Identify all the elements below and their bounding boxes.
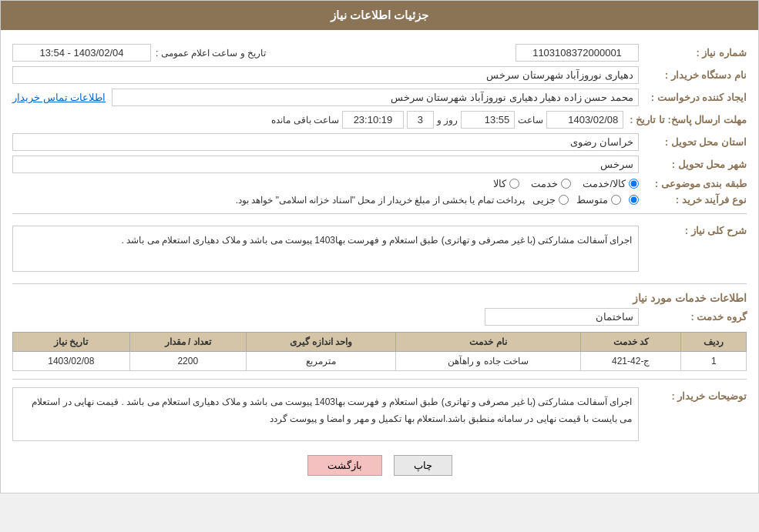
need-number-label: شماره نیاز :	[639, 47, 747, 59]
print-button[interactable]: چاپ	[394, 455, 452, 476]
need-number-value: 1103108372000001	[516, 44, 639, 62]
deadline-days-label: روز و	[437, 115, 458, 125]
buyer-notes-label: توضیحات خریدار :	[639, 387, 747, 402]
purchase-type-2-radio[interactable]	[611, 195, 621, 205]
cell-qty: 2200	[129, 352, 246, 371]
purchase-type-text: پرداخت تمام یا بخشی از مبلغ خریدار از مح…	[12, 195, 525, 206]
purchase-type-3-radio[interactable]	[629, 195, 639, 205]
page-title: جزئیات اطلاعات نیاز	[331, 8, 428, 22]
buyer-notes-box: اجرای آسفالت مشارکتی (با غیر مصرفی و تها…	[12, 387, 639, 441]
col-name: نام خدمت	[396, 333, 581, 352]
page-header: جزئیات اطلاعات نیاز	[1, 1, 758, 30]
cell-unit: مترمربع	[247, 352, 396, 371]
deadline-time: 13:55	[461, 111, 515, 129]
deadline-date: 1403/02/08	[546, 111, 623, 129]
announce-value: 1403/02/04 - 13:54	[12, 44, 151, 62]
deadline-time-label: ساعت	[518, 115, 543, 125]
category-radio-group: کالا/خدمت خدمت کالا	[12, 178, 639, 189]
purchase-type-label: نوع فرآیند خرید :	[639, 194, 747, 206]
province-label: استان محل تحویل :	[639, 136, 747, 148]
buyer-org-label: نام دستگاه خریدار :	[639, 69, 747, 81]
table-row: 1ج-42-421ساخت جاده و راهآهنمترمربع220014…	[13, 352, 747, 371]
purchase-type-2-item[interactable]: متوسط	[576, 194, 621, 206]
service-info-title: اطلاعات خدمات مورد نیاز	[12, 292, 747, 304]
deadline-days: 3	[407, 111, 434, 129]
category-service-item[interactable]: خدمت	[531, 178, 571, 189]
divider-2	[12, 283, 747, 284]
col-unit: واحد اندازه گیری	[247, 333, 396, 352]
back-button[interactable]: بازگشت	[307, 455, 382, 476]
purchase-type-1-radio[interactable]	[559, 195, 569, 205]
buyer-notes-text: اجرای آسفالت مشارکتی (با غیر مصرفی و تها…	[32, 396, 632, 424]
service-group-value: ساختمان	[485, 308, 639, 326]
deadline-remain-label: ساعت باقی مانده	[271, 115, 339, 125]
need-description-label: شرح کلی نیاز :	[639, 222, 747, 236]
purchase-type-group: متوسط جزیی پرداخت تمام یا بخشی از مبلغ خ…	[12, 194, 639, 206]
col-code: کد خدمت	[580, 333, 681, 352]
category-goods-label: کالا	[493, 178, 506, 189]
deadline-remain: 23:10:19	[342, 111, 404, 129]
purchase-type-1-label: جزیی	[532, 194, 556, 206]
category-service-radio[interactable]	[561, 179, 571, 189]
deadline-label: مهلت ارسال پاسخ: تا تاریخ :	[623, 114, 747, 125]
col-row: ردیف	[681, 333, 747, 352]
creator-value: محمد حسن زاده دهیار دهیاری نوروزآباد شهر…	[112, 89, 639, 106]
divider-1	[12, 213, 747, 214]
buyer-org-value: دهیاری نوروزآباد شهرستان سرخس	[12, 66, 639, 84]
col-date: تاریخ نیاز	[13, 333, 130, 352]
need-description-text: اجرای آسفالت مشارکتی (با غیر مصرفی و تها…	[122, 235, 632, 246]
need-description-box: اجرای آسفالت مشارکتی (با غیر مصرفی و تها…	[12, 226, 639, 272]
province-value: خراسان رضوی	[12, 133, 639, 151]
category-goods-radio[interactable]	[509, 179, 519, 189]
purchase-type-2-label: متوسط	[576, 194, 608, 206]
services-table: ردیف کد خدمت نام خدمت واحد اندازه گیری ت…	[12, 332, 747, 371]
category-service-label: خدمت	[531, 178, 558, 189]
city-value: سرخس	[12, 156, 639, 173]
service-group-label: گروه خدمت :	[639, 311, 747, 323]
col-qty: تعداد / مقدار	[129, 333, 246, 352]
cell-date: 1403/02/08	[13, 352, 130, 371]
cell-row: 1	[681, 352, 747, 371]
category-goods-service-label: کالا/خدمت	[583, 178, 626, 189]
services-table-container: ردیف کد خدمت نام خدمت واحد اندازه گیری ت…	[12, 332, 747, 371]
purchase-type-1-item[interactable]: جزیی	[532, 194, 569, 206]
purchase-type-3-item[interactable]	[629, 195, 639, 205]
category-label: طبقه بندی موضوعی :	[639, 178, 747, 189]
creator-label: ایجاد کننده درخواست :	[639, 92, 747, 103]
cell-code: ج-42-421	[580, 352, 681, 371]
divider-3	[12, 379, 747, 380]
city-label: شهر محل تحویل :	[639, 159, 747, 170]
cell-name: ساخت جاده و راهآهن	[396, 352, 581, 371]
announce-label: تاریخ و ساعت اعلام عمومی :	[151, 48, 266, 59]
category-goods-service-radio[interactable]	[629, 179, 639, 189]
category-goods-item[interactable]: کالا	[493, 178, 519, 189]
category-goods-service-item[interactable]: کالا/خدمت	[583, 178, 639, 189]
bottom-buttons: چاپ بازگشت	[12, 446, 747, 485]
contact-link[interactable]: اطلاعات تماس خریدار	[12, 92, 106, 103]
